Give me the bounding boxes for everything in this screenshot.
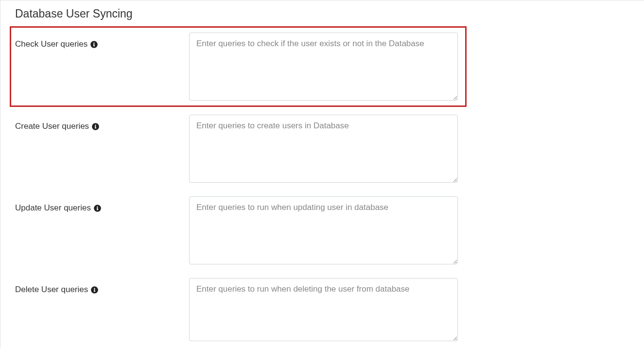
section-title: Database User Syncing bbox=[15, 7, 636, 20]
info-icon[interactable] bbox=[91, 286, 98, 294]
info-icon[interactable] bbox=[90, 41, 98, 48]
check-user-label-text: Check User queries bbox=[15, 39, 87, 49]
info-icon[interactable] bbox=[94, 205, 101, 212]
create-user-input[interactable] bbox=[189, 115, 458, 183]
delete-user-label-text: Delete User queries bbox=[15, 285, 88, 295]
create-user-label: Create User queries bbox=[15, 115, 189, 131]
create-user-label-text: Create User queries bbox=[15, 122, 89, 131]
update-user-label-text: Update User queries bbox=[15, 203, 91, 213]
update-user-label: Update User queries bbox=[15, 196, 189, 213]
update-user-input[interactable] bbox=[189, 196, 458, 264]
delete-user-label: Delete User queries bbox=[15, 278, 189, 295]
delete-user-row: Delete User queries bbox=[15, 278, 636, 341]
create-user-row: Create User queries bbox=[15, 115, 636, 183]
check-user-input[interactable] bbox=[189, 33, 458, 101]
info-icon[interactable] bbox=[92, 123, 99, 130]
database-user-syncing-section: Database User Syncing Check User queries… bbox=[0, 0, 644, 348]
delete-user-input[interactable] bbox=[189, 278, 458, 341]
update-user-row: Update User queries bbox=[15, 196, 636, 264]
check-user-label: Check User queries bbox=[15, 33, 189, 49]
check-user-row: Check User queries bbox=[10, 26, 467, 107]
